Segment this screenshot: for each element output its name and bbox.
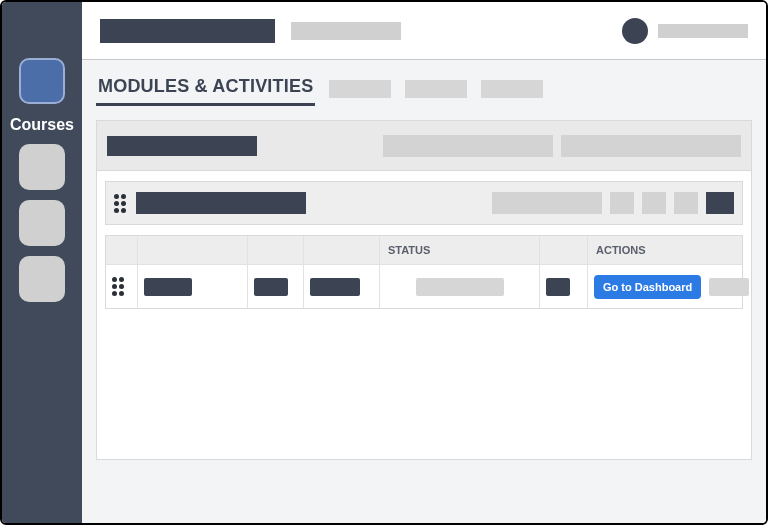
cell	[540, 265, 588, 308]
grid-head-status: STATUS	[380, 236, 540, 264]
module-badge-placeholder	[492, 192, 602, 214]
breadcrumb-secondary	[291, 22, 401, 40]
sidebar-item-placeholder[interactable]	[19, 200, 65, 246]
grid-head-col	[138, 236, 248, 264]
module-icon-placeholder[interactable]	[610, 192, 634, 214]
sidebar-item-label: Courses	[10, 116, 74, 134]
grid-head-actions: ACTIONS	[588, 236, 742, 264]
go-to-dashboard-button[interactable]: Go to Dashboard	[594, 275, 701, 299]
grid-row: Go to Dashboard	[106, 264, 742, 308]
grid-header: STATUS ACTIONS	[106, 236, 742, 264]
grid-head-drag	[106, 236, 138, 264]
drag-handle-icon[interactable]	[112, 277, 126, 296]
cell-drag	[106, 265, 138, 308]
cell	[304, 265, 380, 308]
drag-handle-icon[interactable]	[114, 194, 128, 213]
tab-placeholder[interactable]	[481, 80, 543, 98]
section-title-placeholder	[107, 136, 257, 156]
grid-head-col	[540, 236, 588, 264]
user-name-placeholder	[658, 24, 748, 38]
sidebar-item-placeholder[interactable]	[19, 144, 65, 190]
section-action-placeholder[interactable]	[383, 135, 553, 157]
grid-head-col	[304, 236, 380, 264]
breadcrumb-primary	[100, 19, 275, 43]
tab-placeholder[interactable]	[405, 80, 467, 98]
sidebar: Courses	[2, 2, 82, 523]
grid-head-col	[248, 236, 304, 264]
cell-actions: Go to Dashboard	[588, 265, 755, 308]
tabs: MODULES & ACTIVITIES	[96, 72, 752, 106]
content: MODULES & ACTIVITIES	[82, 60, 766, 523]
tab-modules-activities[interactable]: MODULES & ACTIVITIES	[96, 72, 315, 106]
cell-status	[380, 265, 540, 308]
header	[82, 2, 766, 60]
module-icon-placeholder[interactable]	[674, 192, 698, 214]
sidebar-item-placeholder[interactable]	[19, 256, 65, 302]
tab-placeholder[interactable]	[329, 80, 391, 98]
module-action-button[interactable]	[706, 192, 734, 214]
section-header	[97, 121, 751, 171]
action-placeholder[interactable]	[709, 278, 749, 296]
modules-card: STATUS ACTIONS	[96, 120, 752, 460]
module-title-placeholder	[136, 192, 306, 214]
section-action-placeholder[interactable]	[561, 135, 741, 157]
module-icon-placeholder[interactable]	[642, 192, 666, 214]
cell-title	[138, 265, 248, 308]
module-row	[105, 181, 743, 225]
avatar[interactable]	[622, 18, 648, 44]
cell	[248, 265, 304, 308]
activities-grid: STATUS ACTIONS	[105, 235, 743, 309]
sidebar-item-courses[interactable]	[19, 58, 65, 104]
